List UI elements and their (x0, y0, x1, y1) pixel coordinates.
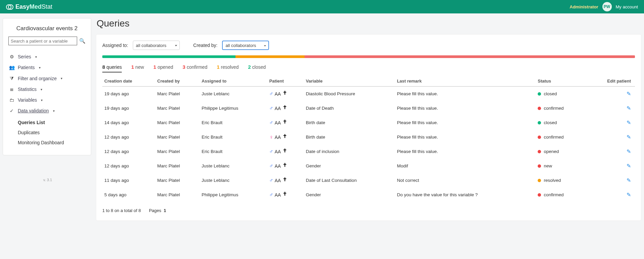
cell-patient[interactable]: ♂ AA ✝ (267, 144, 304, 159)
edit-patient-button[interactable]: ✎ (627, 134, 631, 140)
cell-creation: 12 days ago (102, 130, 155, 144)
cell-status: opened (536, 144, 585, 159)
nav-icon: ⧩ (9, 75, 14, 81)
created-by-label: Created by: (193, 43, 217, 48)
pencil-icon: ✎ (627, 149, 631, 154)
tab-queries[interactable]: 8 queries (102, 64, 122, 72)
tab-new[interactable]: 1 new (131, 64, 144, 72)
sidebar-item-data-validation[interactable]: ✓Data validation ▾ (3, 105, 91, 116)
created-by-select[interactable]: all collaborators (222, 41, 269, 50)
col-remark[interactable]: Last remark (395, 76, 536, 87)
cell-creation: 19 days ago (102, 87, 155, 101)
table-row: 19 days ago Marc Platel Juste Leblanc ♂ … (102, 87, 635, 101)
gender-icon: ♂ (269, 149, 273, 155)
sidebar-subitem-monitoring-dashboard[interactable]: Monitoring Dashboard (18, 138, 91, 148)
edit-patient-button[interactable]: ✎ (627, 120, 631, 125)
brand-mid: Med (30, 3, 42, 10)
edit-patient-button[interactable]: ✎ (627, 192, 631, 198)
sidebar-item-series[interactable]: ⚙Series ▾ (3, 51, 91, 62)
summary-tabs: 8 queries1 new1 opened3 confirmed1 resol… (102, 64, 635, 72)
sidebar-item-filter-and-organize[interactable]: ⧩Filter and organize ▾ (3, 73, 91, 84)
status-bar-segment (102, 55, 235, 58)
status-badge: confirmed (544, 192, 564, 197)
search-button[interactable]: 🔍 (79, 38, 86, 44)
col-assigned-to[interactable]: Assigned to (200, 76, 267, 87)
cell-created-by: Marc Platel (155, 87, 200, 101)
patient-code: AA (275, 192, 281, 198)
my-account-link[interactable]: My account (616, 4, 638, 9)
deceased-icon: ✝ (283, 90, 287, 96)
col-status[interactable]: Status (536, 76, 585, 87)
cell-status: resolved (536, 173, 585, 188)
deceased-icon: ✝ (283, 162, 287, 168)
cell-creation: 11 days ago (102, 173, 155, 188)
topbar: EasyMedStat Administrator PW My account (0, 0, 644, 13)
chevron-down-icon: ▾ (61, 76, 62, 80)
edit-patient-button[interactable]: ✎ (627, 149, 631, 154)
cell-status: closed (536, 115, 585, 130)
table-row: 5 days ago Marc Platel Philippe Legitimu… (102, 188, 635, 202)
pencil-icon: ✎ (627, 192, 631, 198)
tab-confirmed[interactable]: 3 confirmed (182, 64, 207, 72)
sidebar: Cardiovascular events 2 🔍 ⚙Series ▾👥Pati… (3, 18, 91, 155)
sidebar-item-variables[interactable]: 🗀Variables ▾ (3, 95, 91, 105)
cell-remark: Please fill this value. (395, 87, 536, 101)
chevron-down-icon: ▾ (35, 55, 37, 59)
nav-icon: ⚙ (9, 54, 14, 59)
edit-patient-button[interactable]: ✎ (627, 177, 631, 183)
col-creation[interactable]: Creation date (102, 76, 155, 87)
patient-code: AA (275, 120, 281, 125)
app-logo[interactable]: EasyMedStat (6, 3, 52, 10)
cell-assigned-to: Philippe Legitimus (200, 188, 267, 202)
cell-variable: Birth date (304, 130, 395, 144)
cell-patient[interactable]: ♂ AA ✝ (267, 173, 304, 188)
sidebar-item-patients[interactable]: 👥Patients ▾ (3, 62, 91, 73)
col-variable[interactable]: Variable (304, 76, 395, 87)
cell-status: closed (536, 87, 585, 101)
cell-patient[interactable]: ♂ AA ✝ (267, 115, 304, 130)
cell-patient[interactable]: ♂ AA ✝ (267, 188, 304, 202)
assigned-to-select[interactable]: all collaborators (133, 41, 180, 50)
tab-label: closed (252, 64, 266, 70)
brand-suffix: Stat (42, 3, 52, 10)
cell-creation: 12 days ago (102, 159, 155, 173)
tab-resolved[interactable]: 1 resolved (217, 64, 238, 72)
status-bar (102, 55, 635, 58)
edit-patient-button[interactable]: ✎ (627, 91, 631, 97)
cell-variable: Birth date (304, 115, 395, 130)
deceased-icon: ✝ (283, 133, 287, 139)
sidebar-subitem-duplicates[interactable]: Duplicates (18, 127, 91, 138)
edit-patient-button[interactable]: ✎ (627, 105, 631, 111)
search-input[interactable] (8, 37, 77, 45)
nav-icon: 🗀 (9, 97, 14, 103)
status-bar-segment (235, 55, 305, 58)
table-row: 12 days ago Marc Platel Juste Leblanc ♂ … (102, 159, 635, 173)
table-row: 14 days ago Marc Platel Eric Brault ♂ AA… (102, 115, 635, 130)
cell-patient[interactable]: ♂ AA ✝ (267, 159, 304, 173)
cell-variable: Date of inclusion (304, 144, 395, 159)
cell-creation: 12 days ago (102, 144, 155, 159)
pager-range: 1 to 8 on a total of 8 (102, 208, 141, 213)
cell-variable: Date of Death (304, 101, 395, 115)
cell-patient[interactable]: ♂ AA ✝ (267, 101, 304, 115)
cell-variable: Diastolic Blood Pressure (304, 87, 395, 101)
cell-patient[interactable]: ♀ AA ✝ (267, 130, 304, 144)
edit-patient-button[interactable]: ✎ (627, 163, 631, 169)
sidebar-subitem-queries-list[interactable]: Queries List (18, 117, 91, 127)
gender-icon: ♂ (269, 105, 273, 111)
cell-creation: 19 days ago (102, 101, 155, 115)
status-dot-icon (538, 107, 541, 110)
col-patient[interactable]: Patient (267, 76, 304, 87)
tab-opened[interactable]: 1 opened (153, 64, 173, 72)
pager-current[interactable]: 1 (164, 208, 166, 213)
cell-patient[interactable]: ♂ AA ✝ (267, 87, 304, 101)
avatar[interactable]: PW (602, 2, 612, 11)
col-created-by[interactable]: Created by (155, 76, 200, 87)
main: Queries Assigned to: all collaborators C… (96, 18, 641, 221)
sidebar-item-statistics[interactable]: ≣Statistics ▾ (3, 84, 91, 95)
chevron-down-icon: ▾ (41, 98, 43, 102)
patient-code: AA (275, 91, 281, 97)
cell-created-by: Marc Platel (155, 188, 200, 202)
tab-closed[interactable]: 2 closed (248, 64, 266, 72)
status-badge: closed (544, 120, 557, 125)
